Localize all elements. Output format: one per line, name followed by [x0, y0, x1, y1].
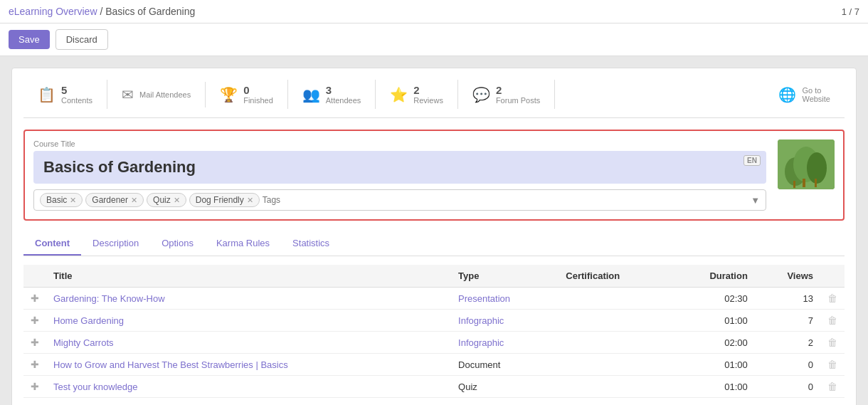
row-title[interactable]: How to Grow and Harvest The Best Strawbe…: [53, 359, 288, 370]
stat-reviews[interactable]: ⭐ 2 Reviews: [376, 80, 458, 109]
row-views: 0: [755, 354, 820, 376]
tab-karma-rules[interactable]: Karma Rules: [205, 232, 281, 256]
attendees-number: 3: [326, 84, 361, 96]
table-body: ✚ Gardening: The Know-How Presentation 0…: [23, 288, 845, 398]
col-type: Type: [451, 265, 559, 288]
svg-rect-6: [815, 179, 817, 187]
breadcrumb: eLearning Overview / Basics of Gardening: [9, 6, 195, 17]
drag-handle[interactable]: ✚: [31, 293, 39, 304]
table-row: ✚ Home Gardening Infographic 01:00 7 🗑: [23, 310, 845, 332]
row-type[interactable]: Presentation: [458, 293, 510, 304]
row-certification: [559, 376, 669, 398]
table-row: ✚ How to Grow and Harvest The Best Straw…: [23, 354, 845, 376]
tab-description[interactable]: Description: [81, 232, 150, 256]
row-type[interactable]: Infographic: [458, 337, 504, 348]
stat-forum-posts[interactable]: 💬 2 Forum Posts: [458, 80, 555, 109]
course-title-left: Course Title Basics of Gardening EN Basi…: [33, 140, 766, 211]
drag-handle[interactable]: ✚: [31, 337, 39, 348]
row-duration: 02:00: [669, 332, 755, 354]
course-card: 📋 5 Contents ✉ Mail Attendees 🏆 0 Finish…: [11, 68, 857, 405]
table-row: ✚ Test your knowledge Quiz 01:00 0 🗑: [23, 376, 845, 398]
pagination: 1 / 7: [842, 6, 859, 17]
main-content: 📋 5 Contents ✉ Mail Attendees 🏆 0 Finish…: [0, 56, 868, 405]
row-certification: [559, 310, 669, 332]
row-title[interactable]: Gardening: The Know-How: [53, 293, 165, 304]
tab-statistics[interactable]: Statistics: [281, 232, 341, 256]
row-views: 0: [755, 376, 820, 398]
svg-rect-4: [803, 179, 805, 187]
col-delete: [820, 265, 845, 288]
mail-icon: ✉: [122, 86, 134, 103]
tabs: Content Description Options Karma Rules …: [23, 232, 845, 256]
col-drag: [23, 265, 46, 288]
delete-icon[interactable]: 🗑: [827, 315, 837, 326]
delete-icon[interactable]: 🗑: [827, 337, 837, 348]
col-views: Views: [755, 265, 820, 288]
row-title[interactable]: Test your knowledge: [53, 382, 138, 392]
row-title[interactable]: Home Gardening: [53, 315, 124, 326]
row-views: 7: [755, 310, 820, 332]
trophy-icon: 🏆: [220, 86, 238, 103]
tag-quiz-label: Quiz: [153, 195, 171, 205]
tag-dog-friendly-remove[interactable]: ✕: [247, 196, 253, 205]
delete-icon[interactable]: 🗑: [827, 381, 837, 392]
tag-gardener-remove[interactable]: ✕: [131, 196, 137, 205]
contents-label: Contents: [61, 96, 92, 105]
course-image-svg: [778, 140, 835, 189]
go-to-label: Go toWebsite: [802, 86, 830, 103]
toolbar: Save Discard: [0, 23, 868, 56]
content-table: Title Type Certification Duration Views …: [23, 265, 845, 398]
table-row: ✚ Mighty Carrots Infographic 02:00 2 🗑: [23, 332, 845, 354]
stat-go-to-website[interactable]: 🌐 Go toWebsite: [764, 82, 845, 107]
row-duration: 02:30: [669, 288, 755, 310]
tags-row[interactable]: Basic ✕ Gardener ✕ Quiz ✕ Dog Friendly ✕: [33, 189, 766, 211]
globe-icon: 🌐: [778, 86, 796, 103]
stats-bar: 📋 5 Contents ✉ Mail Attendees 🏆 0 Finish…: [23, 80, 845, 118]
delete-icon[interactable]: 🗑: [827, 293, 837, 304]
row-title[interactable]: Mighty Carrots: [53, 337, 114, 348]
save-button[interactable]: Save: [9, 30, 50, 49]
row-duration: 01:00: [669, 376, 755, 398]
reviews-label: Reviews: [413, 96, 443, 105]
add-buttons-row: Add Section Add Content Add Certificatio…: [23, 398, 845, 405]
course-title-label: Course Title: [33, 140, 766, 148]
breadcrumb-parent[interactable]: eLearning Overview: [9, 6, 97, 17]
finished-label: Finished: [243, 96, 273, 105]
forum-icon: 💬: [472, 86, 490, 103]
star-icon: ⭐: [390, 86, 408, 103]
tag-dog-friendly-label: Dog Friendly: [196, 195, 244, 205]
drag-handle[interactable]: ✚: [31, 381, 39, 392]
tag-quiz-remove[interactable]: ✕: [174, 196, 180, 205]
stat-mail-attendees[interactable]: ✉ Mail Attendees: [107, 82, 206, 107]
discard-button[interactable]: Discard: [55, 29, 108, 50]
course-image[interactable]: [778, 140, 835, 189]
tags-chevron-icon[interactable]: ▼: [751, 195, 760, 206]
row-duration: 01:00: [669, 354, 755, 376]
svg-rect-5: [793, 181, 795, 188]
stat-finished[interactable]: 🏆 0 Finished: [206, 80, 288, 109]
row-type[interactable]: Infographic: [458, 315, 504, 326]
drag-handle[interactable]: ✚: [31, 359, 39, 370]
tags-input[interactable]: [263, 195, 369, 205]
delete-icon[interactable]: 🗑: [827, 359, 837, 370]
lang-badge: EN: [743, 155, 761, 166]
course-title-input[interactable]: Basics of Gardening EN: [33, 151, 766, 184]
stat-contents[interactable]: 📋 5 Contents: [23, 80, 107, 109]
tag-basic-label: Basic: [46, 195, 67, 205]
contents-number: 5: [61, 84, 92, 96]
tab-content[interactable]: Content: [23, 232, 81, 256]
course-title-section: Course Title Basics of Gardening EN Basi…: [23, 130, 845, 221]
tag-quiz: Quiz ✕: [147, 193, 186, 207]
row-certification: [559, 332, 669, 354]
finished-number: 0: [243, 84, 273, 96]
mail-label: Mail Attendees: [139, 90, 191, 99]
drag-handle[interactable]: ✚: [31, 315, 39, 326]
row-type: Quiz: [458, 382, 477, 392]
tab-options[interactable]: Options: [150, 232, 205, 256]
stat-attendees[interactable]: 👥 3 Attendees: [288, 80, 376, 109]
row-views: 2: [755, 332, 820, 354]
tag-basic-remove[interactable]: ✕: [70, 196, 76, 205]
contents-icon: 📋: [38, 86, 55, 103]
forum-number: 2: [496, 84, 540, 96]
col-duration: Duration: [669, 265, 755, 288]
